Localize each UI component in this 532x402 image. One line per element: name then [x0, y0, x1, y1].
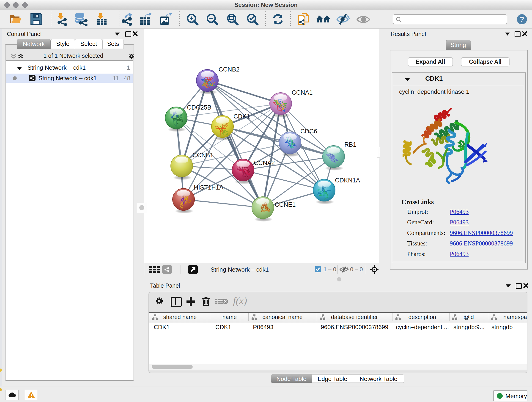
svg-text:CCNA1: CCNA1 — [292, 89, 313, 96]
svg-text:HIST1H1A: HIST1H1A — [194, 184, 223, 191]
svg-text:RB1: RB1 — [344, 141, 356, 148]
svg-text:CDK1: CDK1 — [234, 113, 250, 120]
svg-text:CCNA2: CCNA2 — [254, 160, 275, 166]
svg-text:CDKN1A: CDKN1A — [335, 177, 360, 184]
svg-text:CCNB1: CCNB1 — [192, 152, 214, 159]
svg-text:CCNB2: CCNB2 — [219, 66, 240, 73]
svg-text:CDC25B: CDC25B — [187, 104, 211, 111]
svg-text:CDC6: CDC6 — [300, 128, 317, 135]
svg-text:CCNE1: CCNE1 — [275, 201, 296, 208]
